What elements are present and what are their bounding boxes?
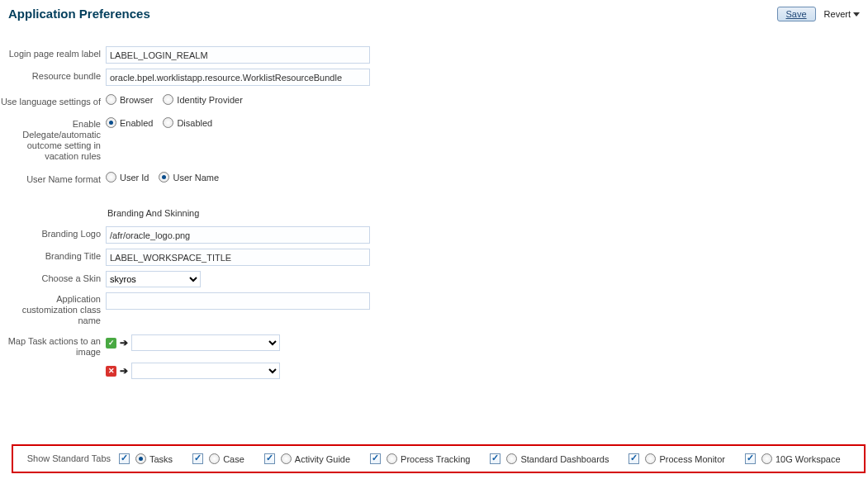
check-icon: ✓ [106, 338, 116, 349]
tab-checkbox[interactable] [490, 453, 500, 464]
branding-logo-label: Branding Logo [0, 226, 106, 240]
tab-checkbox[interactable] [119, 453, 130, 464]
tab-checkbox[interactable] [745, 453, 756, 464]
login-realm-label: Login page realm label [0, 46, 106, 59]
app-class-input[interactable] [106, 292, 370, 310]
map-action-select-2[interactable] [131, 363, 280, 379]
branding-title-label: Branding Title [0, 249, 106, 262]
tab-item: Process Tracking [367, 451, 470, 467]
branding-logo-input[interactable] [106, 226, 370, 244]
map-task-label: Map Task actions to an image [0, 334, 106, 358]
tab-item: Activity Guide [261, 451, 350, 467]
enable-delegate-label: Enable Delegate/automatic outcome settin… [0, 117, 106, 162]
idp-radio[interactable] [163, 94, 173, 105]
choose-skin-label: Choose a Skin [0, 271, 106, 284]
page-title: Application Preferences [8, 7, 150, 21]
branding-title-input[interactable] [106, 249, 370, 266]
tab-default-radio[interactable] [761, 453, 772, 464]
x-icon: ✕ [106, 366, 116, 377]
tab-item: Case [189, 451, 244, 467]
resource-bundle-label: Resource bundle [0, 69, 106, 82]
tab-checkbox[interactable] [370, 453, 381, 464]
tab-default-radio[interactable] [281, 453, 292, 464]
tab-checkbox[interactable] [628, 453, 639, 464]
tab-default-radio[interactable] [387, 453, 397, 464]
disabled-radio-label: Disabled [177, 118, 212, 128]
tab-item: Standard Dashboards [486, 451, 609, 467]
tab-name: 10G Workspace [776, 454, 841, 464]
browser-radio[interactable] [106, 94, 116, 105]
app-class-label: Application customization class name [0, 292, 106, 326]
use-language-label: Use language settings of [0, 94, 106, 107]
choose-skin-select[interactable]: skyros [106, 271, 201, 287]
revert-button[interactable]: Revert [824, 9, 860, 19]
tab-item: 10G Workspace [742, 451, 841, 467]
revert-label: Revert [824, 9, 851, 19]
username-format-label: User Name format [0, 172, 106, 185]
enabled-radio-label: Enabled [120, 118, 153, 128]
map-action-select-1[interactable] [131, 334, 280, 351]
tab-default-radio[interactable] [135, 453, 146, 464]
save-button[interactable]: Save [777, 7, 816, 21]
tab-name: Standard Dashboards [520, 454, 609, 464]
arrow-right-icon: ➔ [120, 365, 128, 377]
tab-default-radio[interactable] [209, 453, 220, 464]
enabled-radio[interactable] [106, 117, 116, 128]
login-realm-input[interactable] [106, 46, 370, 64]
tab-name: Case [223, 454, 244, 464]
tab-default-radio[interactable] [506, 453, 517, 464]
tab-checkbox[interactable] [264, 453, 275, 464]
tab-item: Process Monitor [625, 451, 724, 467]
show-standard-tabs-box: Show Standard Tabs TasksCaseActivity Gui… [12, 444, 866, 473]
show-standard-tabs-label: Show Standard Tabs [13, 453, 116, 464]
disabled-radio[interactable] [163, 117, 173, 128]
userid-radio-label: User Id [120, 173, 149, 183]
tab-checkbox[interactable] [192, 453, 203, 464]
branding-section-heading: Branding And Skinning [107, 208, 868, 218]
tab-name: Tasks [149, 454, 173, 464]
chevron-down-icon [853, 12, 860, 17]
username-radio[interactable] [159, 172, 169, 183]
tab-name: Activity Guide [295, 454, 350, 464]
idp-radio-label: Identity Provider [177, 95, 242, 105]
userid-radio[interactable] [106, 172, 116, 183]
browser-radio-label: Browser [120, 95, 153, 105]
username-radio-label: User Name [173, 173, 219, 183]
tab-name: Process Monitor [659, 454, 724, 464]
tab-default-radio[interactable] [645, 453, 656, 464]
tab-item: Tasks [116, 451, 173, 467]
arrow-right-icon: ➔ [120, 337, 128, 349]
tab-name: Process Tracking [401, 454, 470, 464]
resource-bundle-input[interactable] [106, 69, 370, 86]
